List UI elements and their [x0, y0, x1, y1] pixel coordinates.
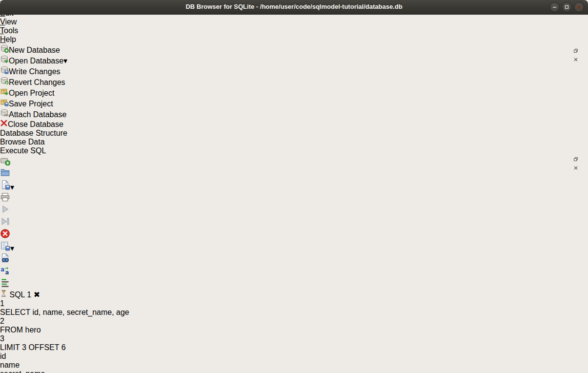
project-open-button[interactable]: Open Project — [0, 87, 588, 98]
line-number: 3 — [0, 334, 588, 343]
hourglass-icon — [0, 290, 7, 297]
close-dock-icon[interactable] — [574, 163, 578, 172]
column-header-name[interactable]: name — [0, 361, 588, 370]
sql-toolbar: ▾▾aa — [0, 155, 588, 290]
line-number: 1 — [0, 299, 588, 308]
toolbar-button-label: New Database — [9, 46, 60, 54]
database-revert-button[interactable]: Revert Changes — [0, 76, 588, 87]
float-dock-icon[interactable] — [574, 46, 578, 55]
sql-tab-close-icon[interactable]: ✖ — [34, 290, 40, 299]
menu-item-tools[interactable]: Tools — [0, 26, 588, 35]
tab-database-structure[interactable]: Database Structure — [0, 129, 588, 138]
minimize-icon — [552, 4, 557, 10]
window-controls — [549, 2, 584, 12]
toolbar-button-label: Write Changes — [9, 67, 61, 76]
editor-line-text: LIMIT 3 OFFSET 6 — [0, 343, 588, 352]
maximize-icon — [564, 4, 569, 10]
dropdown-caret-icon[interactable]: ▾ — [10, 183, 14, 191]
sql-tab-label: SQL 1 — [9, 290, 31, 299]
toolbar-button-label: Revert Changes — [9, 78, 65, 86]
toolbar-button-label: Save Project — [9, 100, 53, 108]
edit-cell-dock-buttons — [574, 46, 578, 63]
new-tab-icon[interactable] — [0, 155, 588, 167]
database-revert-icon — [0, 78, 9, 86]
toolbar-button-label: Attach Database — [9, 110, 66, 119]
project-save-icon — [0, 100, 9, 108]
tab-execute-sql[interactable]: Execute SQL — [0, 146, 588, 155]
tab-browse-data[interactable]: Browse Data — [0, 138, 588, 146]
editor-line-text: FROM hero — [0, 326, 588, 334]
column-header-secret_name[interactable]: secret_name — [0, 370, 588, 373]
app-window: DB Browser for SQLite - /home/user/code/… — [0, 0, 588, 373]
project-open-icon — [0, 89, 9, 97]
database-close-button[interactable]: Close Database — [0, 119, 588, 129]
svg-text:a: a — [0, 266, 4, 273]
find-icon[interactable] — [0, 253, 588, 265]
column-header-id[interactable]: id — [0, 352, 588, 361]
database-new-icon — [0, 46, 9, 54]
print-icon[interactable] — [0, 192, 588, 204]
sql-tab-bar: SQL 1 ✖ — [0, 290, 588, 299]
sql-tab[interactable]: SQL 1 ✖ — [0, 290, 588, 299]
main-tab-bar: Database StructureBrowse DataExecute SQL — [0, 129, 588, 155]
close-icon — [576, 4, 582, 10]
float-dock-icon[interactable] — [574, 154, 578, 163]
save-results-icon[interactable]: ▾ — [0, 241, 588, 253]
close-button[interactable] — [574, 2, 584, 12]
line-number: 2 — [0, 317, 588, 326]
database-attach-button[interactable]: Attach Database — [0, 108, 588, 119]
save-sql-file-icon[interactable]: ▾ — [0, 180, 588, 192]
editor-line-text: SELECT id, name, secret_name, age — [0, 308, 588, 317]
database-write-icon — [0, 67, 9, 76]
project-save-button[interactable]: Save Project — [0, 98, 588, 108]
sql-editor[interactable]: 1SELECT id, name, secret_name, age2FROM … — [0, 299, 588, 352]
window-title: DB Browser for SQLite - /home/user/code/… — [0, 3, 588, 10]
execute-all-icon[interactable] — [0, 204, 588, 216]
menu-item-view[interactable]: View — [0, 18, 588, 26]
main-toolbar: New DatabaseOpen Database▾Write ChangesR… — [0, 44, 588, 129]
editor-line[interactable]: 1SELECT id, name, secret_name, age — [0, 299, 588, 317]
sql-log-dock-buttons — [574, 154, 578, 172]
titlebar[interactable]: DB Browser for SQLite - /home/user/code/… — [0, 0, 588, 15]
stop-execution-icon[interactable] — [0, 228, 588, 241]
editor-line[interactable]: 2FROM hero — [0, 317, 588, 334]
editor-line[interactable]: 3LIMIT 3 OFFSET 6 — [0, 334, 588, 352]
database-close-icon — [0, 120, 8, 128]
execute-sql-panel: ▾▾aa SQL 1 ✖ 1SELECT id, name, secret_na… — [0, 155, 588, 373]
toolbar-button-label: Close Database — [8, 120, 63, 128]
database-write-button[interactable]: Write Changes — [0, 65, 588, 76]
menu-item-help[interactable]: Help — [0, 35, 588, 44]
database-open-icon — [0, 57, 9, 65]
execute-current-line-icon[interactable] — [0, 216, 588, 228]
database-open-button[interactable]: Open Database▾ — [0, 55, 588, 65]
open-sql-file-icon[interactable] — [0, 167, 588, 180]
results-header-row: idnamesecret_nameage — [0, 352, 588, 373]
format-sql-icon[interactable] — [0, 277, 588, 290]
find-replace-icon[interactable]: aa — [0, 265, 588, 277]
minimize-button[interactable] — [549, 2, 560, 12]
toolbar-button-label: Open Database — [9, 57, 63, 65]
maximize-button[interactable] — [562, 2, 572, 12]
svg-text:a: a — [5, 269, 9, 275]
database-attach-icon — [0, 110, 9, 119]
dropdown-caret-icon[interactable]: ▾ — [63, 57, 67, 65]
dropdown-caret-icon[interactable]: ▾ — [10, 244, 14, 252]
close-dock-icon[interactable] — [574, 55, 578, 63]
database-new-button[interactable]: New Database — [0, 44, 588, 55]
toolbar-button-label: Open Project — [9, 89, 54, 97]
results-table[interactable]: idnamesecret_nameage17Captain North Amer… — [0, 352, 588, 373]
